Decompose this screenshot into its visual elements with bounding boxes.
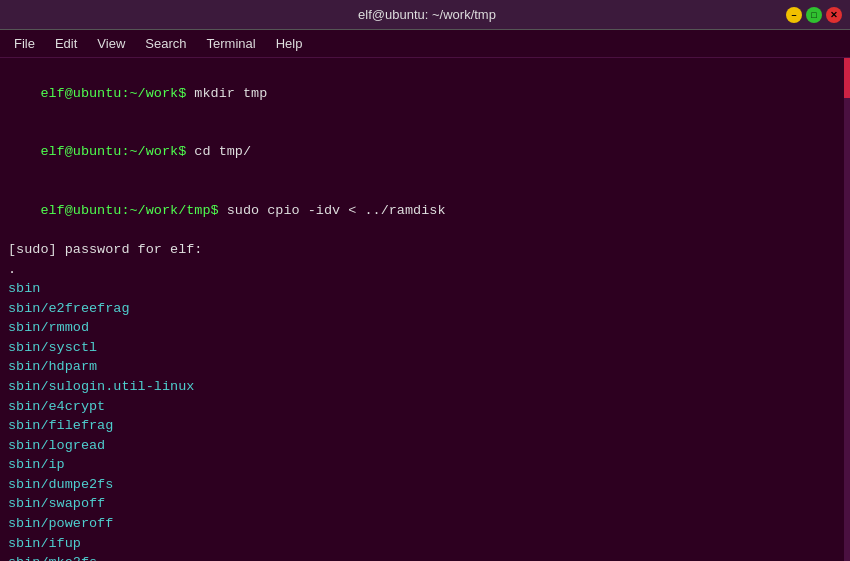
titlebar: elf@ubuntu: ~/work/tmp – □ ✕	[0, 0, 850, 30]
line-1: elf@ubuntu:~/work$ mkdir tmp	[8, 64, 842, 123]
close-button[interactable]: ✕	[826, 7, 842, 23]
line-sbin-8: sbin/filefrag	[8, 416, 842, 436]
prompt-green-3: elf@ubuntu:~/work/tmp$	[40, 203, 218, 218]
cmd-3: sudo cpio -idv < ../ramdisk	[219, 203, 446, 218]
menu-view[interactable]: View	[87, 34, 135, 53]
line-3: elf@ubuntu:~/work/tmp$ sudo cpio -idv < …	[8, 181, 842, 240]
line-dot: .	[8, 260, 842, 280]
prompt-green-2: elf@ubuntu:~/work$	[40, 144, 186, 159]
minimize-button[interactable]: –	[786, 7, 802, 23]
menu-search[interactable]: Search	[135, 34, 196, 53]
line-2: elf@ubuntu:~/work$ cd tmp/	[8, 123, 842, 182]
line-sbin-11: sbin/dumpe2fs	[8, 475, 842, 495]
menu-edit[interactable]: Edit	[45, 34, 87, 53]
line-sbin-5: sbin/hdparm	[8, 357, 842, 377]
line-sbin-7: sbin/e4crypt	[8, 397, 842, 417]
line-sbin-1: sbin	[8, 279, 842, 299]
line-sbin-14: sbin/ifup	[8, 534, 842, 554]
line-sbin-3: sbin/rmmod	[8, 318, 842, 338]
titlebar-title: elf@ubuntu: ~/work/tmp	[68, 7, 786, 22]
menubar: File Edit View Search Terminal Help	[0, 30, 850, 58]
line-sbin-6: sbin/sulogin.util-linux	[8, 377, 842, 397]
line-sbin-4: sbin/sysctl	[8, 338, 842, 358]
titlebar-buttons: – □ ✕	[786, 7, 842, 23]
menu-terminal[interactable]: Terminal	[197, 34, 266, 53]
cmd-1: mkdir tmp	[186, 86, 267, 101]
menu-file[interactable]: File	[4, 34, 45, 53]
line-sbin-13: sbin/poweroff	[8, 514, 842, 534]
line-sudo: [sudo] password for elf:	[8, 240, 842, 260]
maximize-button[interactable]: □	[806, 7, 822, 23]
menu-help[interactable]: Help	[266, 34, 313, 53]
scrollbar[interactable]	[844, 58, 850, 561]
line-sbin-2: sbin/e2freefrag	[8, 299, 842, 319]
line-sbin-10: sbin/ip	[8, 455, 842, 475]
prompt-green-1: elf@ubuntu:~/work$	[40, 86, 186, 101]
line-sbin-15: sbin/mke2fs	[8, 553, 842, 561]
line-sbin-9: sbin/logread	[8, 436, 842, 456]
line-sbin-12: sbin/swapoff	[8, 494, 842, 514]
cmd-2: cd tmp/	[186, 144, 251, 159]
scrollbar-thumb[interactable]	[844, 58, 850, 98]
terminal-content: elf@ubuntu:~/work$ mkdir tmp elf@ubuntu:…	[0, 58, 850, 561]
